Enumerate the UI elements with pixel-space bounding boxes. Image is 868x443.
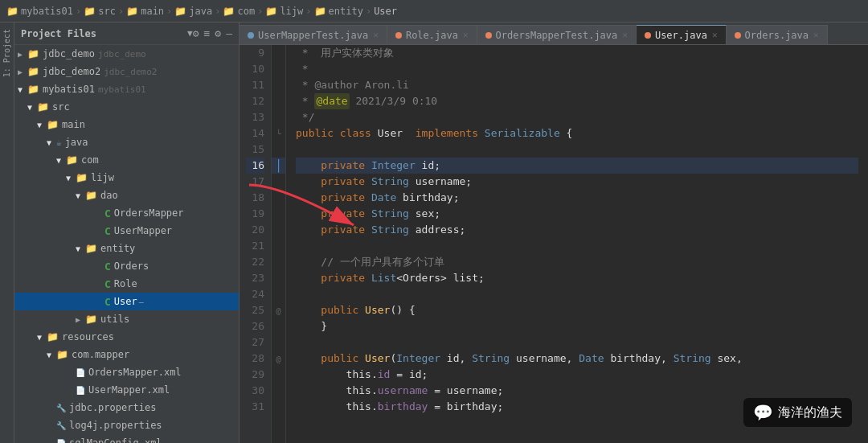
tree-item-label: main	[62, 119, 85, 130]
breadcrumb-item-1[interactable]: mybatis01	[21, 6, 73, 17]
settings-icon[interactable]: ≡	[204, 27, 211, 39]
tree-item-orders[interactable]: C Orders	[14, 257, 239, 275]
tab-ordersMapperTest[interactable]: OrdersMapperTest.java ✕	[477, 25, 637, 44]
tree-item-lijw[interactable]: ▼ 📁 lijw	[14, 169, 239, 187]
folder-icon: 📁	[27, 48, 39, 59]
file-dot	[485, 32, 492, 39]
breadcrumb-item-2[interactable]: src	[98, 6, 116, 17]
breadcrumb-folder-icon6: 📁	[265, 6, 277, 17]
folder-icon: 📁	[56, 349, 68, 360]
code-line: private String sex;	[296, 206, 858, 222]
props-icon: 🔧	[56, 404, 66, 412]
tree-item-label: java	[65, 137, 88, 148]
tree-arrow: ▶	[18, 50, 27, 59]
watermark-text: 海洋的渔夫	[778, 404, 842, 421]
tree-item-label: src	[52, 101, 70, 113]
tree-item-usermapper[interactable]: C UserMapper	[14, 222, 239, 240]
breadcrumb-item-6[interactable]: lijw	[280, 6, 303, 17]
tree-arrow: ▼	[66, 174, 76, 183]
tree-item-jdbc-props[interactable]: 🔧 jdbc.properties	[14, 399, 239, 416]
code-line: public User(Integer id, String username,…	[296, 351, 858, 367]
folder-icon: 📁	[85, 314, 97, 325]
folder-icon: 📁	[66, 154, 78, 166]
code-line	[296, 238, 858, 254]
side-panel: 1: Project	[0, 23, 14, 443]
close-icon[interactable]: ✕	[373, 30, 379, 40]
tree-item-ordersmapper[interactable]: C OrdersMapper	[14, 204, 239, 222]
tab-orders[interactable]: Orders.java ✕	[727, 25, 828, 44]
tree-item-dao[interactable]: ▼ 📁 dao	[14, 187, 239, 204]
tree-arrow: ▼	[76, 244, 85, 253]
close-icon[interactable]: ✕	[813, 30, 819, 40]
tree-item-label: OrdersMapper	[114, 207, 184, 219]
tree-item-mybatis01[interactable]: ▼ 📁 mybatis01 mybatis01	[14, 80, 239, 98]
props-icon: 🔧	[56, 421, 66, 430]
tree-item-main[interactable]: ▼ 📁 main	[14, 116, 239, 133]
tab-role[interactable]: Role.java ✕	[387, 25, 477, 44]
tree-item-java[interactable]: ▼ ☕ java	[14, 133, 239, 151]
tree-item-label: sqlMapConfig.xml	[69, 437, 162, 443]
tree-item-label: UserMapper.xml	[88, 384, 170, 396]
folder-icon: 📁	[27, 84, 39, 95]
sync-icon[interactable]: ⚙	[193, 27, 199, 39]
folder-icon: 📁	[76, 172, 88, 183]
file-dot	[645, 32, 651, 39]
code-content[interactable]: * 用户实体类对象 * * @author Aron.li * @date 20…	[286, 45, 868, 443]
tab-label: Role.java	[406, 30, 458, 41]
watermark: 💬 海洋的渔夫	[743, 398, 852, 427]
tree-item-usermapper-xml[interactable]: 📄 UserMapper.xml	[14, 381, 239, 399]
tree-item-utils[interactable]: ▶ 📁 utils	[14, 310, 239, 328]
tab-label: Orders.java	[745, 30, 809, 41]
tree-item-label: User	[114, 296, 137, 307]
tree-item-com[interactable]: ▼ 📁 com	[14, 151, 239, 169]
tree-item-role[interactable]: C Role	[14, 275, 239, 293]
tree-item-log4j-props[interactable]: 🔧 log4j.properties	[14, 416, 239, 434]
tree-item-sqlmapconfig-xml[interactable]: 📄 sqlMapConfig.xml	[14, 434, 239, 443]
close-icon[interactable]: ✕	[622, 30, 628, 40]
breadcrumb-item-3[interactable]: main	[141, 6, 164, 17]
code-line: * @author Aron.li	[296, 77, 858, 93]
breadcrumb-bar: 📁 mybatis01 › 📁 src › 📁 main › 📁 java › …	[0, 0, 868, 23]
code-line: private List<Orders> list;	[296, 270, 858, 286]
tree-item-jdbc-demo2[interactable]: ▶ 📁 jdbc_demo2 jdbc_demo2	[14, 63, 239, 80]
code-line	[296, 286, 858, 302]
breadcrumb-item-8[interactable]: User	[374, 6, 397, 17]
breadcrumb-item-7[interactable]: entity	[329, 6, 363, 17]
tree-item-ordersmapper-xml[interactable]: 📄 OrdersMapper.xml	[14, 363, 239, 381]
file-dot	[248, 32, 254, 39]
file-tree-panel: Project Files ▼ ⚙ ≡ ⚙ — ▶ 📁 jdbc_demo jd…	[14, 23, 240, 443]
tree-arrow: ▼	[56, 156, 66, 165]
folder-icon: 📁	[27, 66, 39, 77]
breadcrumb-folder-icon5: 📁	[223, 6, 235, 17]
tree-item-label: mybatis01	[43, 84, 95, 95]
tab-user[interactable]: User.java ✕	[637, 25, 727, 44]
code-line: private String username;	[296, 174, 858, 190]
code-editor[interactable]: 9 10 11 12 13 14 15 16 17 18 19 20 21 22…	[240, 45, 868, 443]
folder-icon: 📁	[47, 119, 59, 130]
wechat-icon: 💬	[753, 403, 773, 422]
tree-item-label: resources	[62, 331, 114, 343]
tab-userMapperTest[interactable]: UserMapperTest.java ✕	[240, 25, 387, 44]
gear-icon[interactable]: ⚙	[215, 27, 221, 39]
tree-item-entity[interactable]: ▼ 📁 entity	[14, 240, 239, 257]
tree-arrow: ▼	[27, 103, 37, 112]
class-icon: C	[104, 225, 111, 237]
tree-item-jdbc-demo[interactable]: ▶ 📁 jdbc_demo jdbc_demo	[14, 45, 239, 63]
close-icon[interactable]: ✕	[463, 30, 469, 40]
tree-item-label: utils	[100, 314, 129, 325]
dropdown-arrow[interactable]: ▼	[187, 28, 193, 39]
minimize-icon[interactable]: —	[226, 27, 232, 39]
tree-item-user[interactable]: C User —	[14, 293, 239, 310]
tab-bar: UserMapperTest.java ✕ Role.java ✕ Orders…	[240, 23, 868, 45]
file-tree-title: Project Files	[21, 28, 184, 39]
breadcrumb-item-4[interactable]: java	[189, 6, 212, 17]
close-icon[interactable]: ✕	[712, 30, 718, 40]
tree-item-label: OrdersMapper.xml	[88, 367, 182, 378]
tree-item-com-mapper[interactable]: ▼ 📁 com.mapper	[14, 346, 239, 363]
breadcrumb-item-5[interactable]: com	[237, 6, 255, 17]
tree-item-src[interactable]: ▼ 📁 src	[14, 98, 239, 116]
tree-item-label: Orders	[114, 260, 149, 272]
tree-item-resources[interactable]: ▼ 📁 resources	[14, 328, 239, 346]
code-line: */	[296, 109, 858, 125]
tab-label: UserMapperTest.java	[258, 30, 368, 41]
